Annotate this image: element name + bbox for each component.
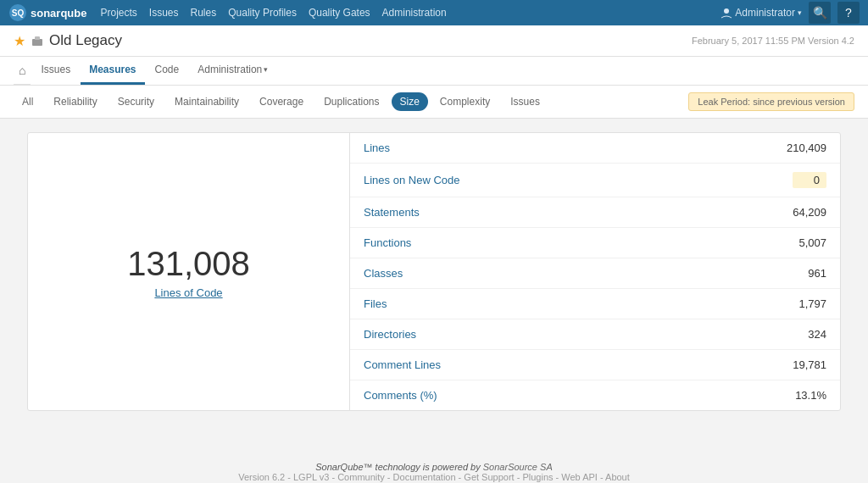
metric-row-files: Files 1,797 <box>350 289 840 319</box>
metric-name-functions[interactable]: Functions <box>364 236 411 249</box>
nav-issues[interactable]: Issues <box>149 7 179 19</box>
metric-value-statements: 64,209 <box>793 206 826 219</box>
project-meta: February 5, 2017 11:55 PM Version 4.2 <box>692 36 854 46</box>
metrics-list: Lines 210,409 Lines on New Code 0 Statem… <box>350 133 840 410</box>
subnav-measures[interactable]: Measures <box>81 57 144 85</box>
tab-coverage[interactable]: Coverage <box>251 92 312 111</box>
metric-value-files: 1,797 <box>798 297 826 310</box>
footer-line2: Version 6.2 - LGPL v3 - Community - Docu… <box>17 472 851 482</box>
tab-all[interactable]: All <box>14 92 42 111</box>
svg-text:SQ: SQ <box>12 8 25 18</box>
project-header: ★ Old Legacy February 5, 2017 11:55 PM V… <box>0 25 868 57</box>
project-title: ★ Old Legacy <box>14 32 122 49</box>
metric-name-files[interactable]: Files <box>364 297 387 310</box>
main-content: 131,008 Lines of Code Lines 210,409 Line… <box>14 132 854 411</box>
sonarqube-logo-icon: SQ <box>8 3 27 22</box>
tab-reliability[interactable]: Reliability <box>45 92 105 111</box>
metric-row-directories: Directories 324 <box>350 319 840 350</box>
metric-row-comments-pct: Comments (%) 13.1% <box>350 380 840 410</box>
svg-rect-4 <box>35 36 40 40</box>
logo[interactable]: SQ sonarqube <box>8 3 86 22</box>
top-nav-left: SQ sonarqube Projects Issues Rules Quali… <box>8 3 447 22</box>
tab-issues[interactable]: Issues <box>502 92 548 111</box>
admin-label: Administrator <box>735 7 795 19</box>
svg-rect-3 <box>32 39 42 46</box>
user-icon <box>721 7 732 19</box>
nav-projects[interactable]: Projects <box>100 7 136 19</box>
subnav-issues[interactable]: Issues <box>32 57 79 85</box>
tab-complexity[interactable]: Complexity <box>431 92 498 111</box>
metric-row-functions: Functions 5,007 <box>350 228 840 258</box>
tab-maintainability[interactable]: Maintainability <box>166 92 248 111</box>
metric-row-comment-lines: Comment Lines 19,781 <box>350 350 840 380</box>
tab-security[interactable]: Security <box>109 92 163 111</box>
tab-bar: All Reliability Security Maintainability… <box>0 86 868 119</box>
metric-value-lines-new-code: 0 <box>793 172 826 188</box>
metric-name-directories[interactable]: Directories <box>364 328 416 341</box>
nav-quality-profiles[interactable]: Quality Profiles <box>228 7 297 19</box>
subnav-code[interactable]: Code <box>147 57 188 85</box>
tab-size[interactable]: Size <box>392 92 428 111</box>
metric-value-classes: 961 <box>808 267 826 280</box>
metric-value-functions: 5,007 <box>798 236 826 249</box>
metric-row-statements: Statements 64,209 <box>350 197 840 228</box>
top-nav-links: Projects Issues Rules Quality Profiles Q… <box>100 7 446 19</box>
admin-menu[interactable]: Administrator ▾ <box>721 7 802 19</box>
metric-name-lines[interactable]: Lines <box>364 142 390 154</box>
tab-duplications[interactable]: Duplications <box>315 92 387 111</box>
nav-quality-gates[interactable]: Quality Gates <box>309 7 370 19</box>
home-icon[interactable]: ⌂ <box>14 57 31 85</box>
lines-of-code-value: 131,008 <box>127 245 250 283</box>
metric-row-classes: Classes 961 <box>350 258 840 289</box>
metric-name-classes[interactable]: Classes <box>364 267 403 280</box>
top-nav-right: Administrator ▾ 🔍 ? <box>721 2 860 24</box>
metric-name-statements[interactable]: Statements <box>364 206 420 219</box>
metric-name-comments-pct[interactable]: Comments (%) <box>364 389 437 402</box>
sonarsource-link[interactable]: SonarSource SA <box>483 462 553 472</box>
lines-of-code-label[interactable]: Lines of Code <box>154 286 222 299</box>
nav-administration[interactable]: Administration <box>382 7 447 19</box>
metric-value-lines: 210,409 <box>787 142 826 154</box>
footer-powered-text: SonarQube™ technology is powered by Sona… <box>315 462 552 472</box>
metric-value-comment-lines: 19,781 <box>793 358 826 371</box>
tab-bar-left: All Reliability Security Maintainability… <box>14 92 548 111</box>
logo-text: sonarqube <box>31 7 86 19</box>
footer-line1: SonarQube™ technology is powered by Sona… <box>17 462 851 472</box>
admin-caret-icon: ▾ <box>798 8 802 17</box>
nav-rules[interactable]: Rules <box>191 7 217 19</box>
sub-navigation: ⌂ Issues Measures Code Administration▾ <box>0 57 868 86</box>
subnav-administration[interactable]: Administration▾ <box>189 57 276 85</box>
project-icon <box>31 34 44 47</box>
primary-metric-panel: 131,008 Lines of Code <box>28 133 350 410</box>
leak-period-badge: Leak Period: since previous version <box>688 92 854 111</box>
search-button[interactable]: 🔍 <box>809 2 831 24</box>
top-navigation: SQ sonarqube Projects Issues Rules Quali… <box>0 0 868 25</box>
metric-name-lines-new-code[interactable]: Lines on New Code <box>364 174 459 186</box>
favorite-star-icon[interactable]: ★ <box>14 33 25 49</box>
metric-value-comments-pct: 13.1% <box>795 389 826 402</box>
project-name: Old Legacy <box>49 32 122 49</box>
svg-point-2 <box>724 8 729 14</box>
metric-name-comment-lines[interactable]: Comment Lines <box>364 358 441 371</box>
help-button[interactable]: ? <box>837 2 860 24</box>
metric-row-lines-new-code: Lines on New Code 0 <box>350 164 840 197</box>
content-panel: 131,008 Lines of Code Lines 210,409 Line… <box>27 132 841 411</box>
metric-row-lines: Lines 210,409 <box>350 133 840 164</box>
metric-value-directories: 324 <box>808 328 826 341</box>
footer: SonarQube™ technology is powered by Sona… <box>0 445 868 483</box>
